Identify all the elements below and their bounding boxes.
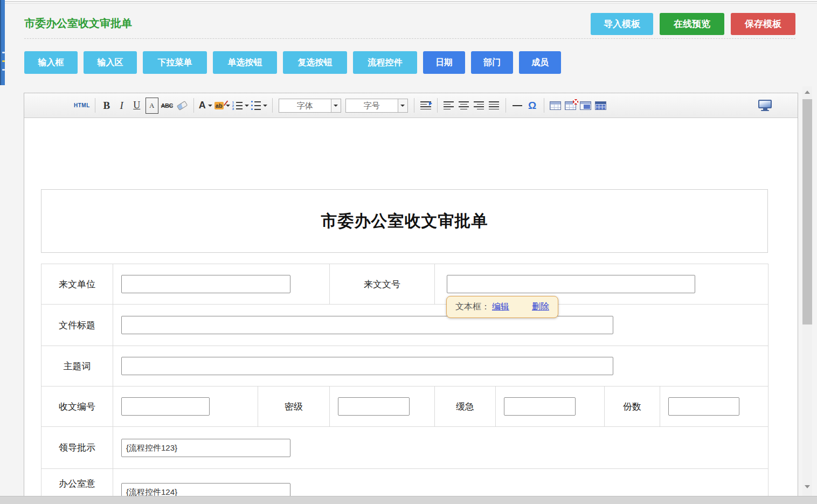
align-justify-button[interactable] xyxy=(488,98,501,114)
palette-date-button[interactable]: 日期 xyxy=(423,51,465,74)
bold-button[interactable]: B xyxy=(100,98,113,114)
ordered-list-icon: 123 xyxy=(232,100,243,112)
online-preview-button[interactable]: 在线预览 xyxy=(660,13,724,35)
table-delete-icon xyxy=(565,101,576,110)
label-lingdao-pishi: 领导批示 xyxy=(41,427,113,469)
chevron-down-icon xyxy=(245,105,249,107)
toolbar-separator xyxy=(193,98,194,113)
align-left-icon xyxy=(444,101,454,111)
edge-mark-icon xyxy=(2,52,5,53)
palette-flow-control-button[interactable]: 流程控件 xyxy=(353,51,417,74)
laiwen-danwei-input[interactable] xyxy=(121,275,290,293)
chevron-down-icon xyxy=(226,105,230,107)
toolbar-separator xyxy=(437,98,438,113)
label-laiwen-danwei: 来文单位 xyxy=(41,264,113,305)
top-border-line-2 xyxy=(0,3,817,4)
huanji-input[interactable] xyxy=(504,397,576,416)
align-right-button[interactable] xyxy=(473,98,486,114)
save-template-button[interactable]: 保存模板 xyxy=(731,13,795,35)
palette-member-button[interactable]: 成员 xyxy=(519,51,561,74)
font-family-select[interactable]: 字体 xyxy=(279,99,341,113)
toolbar-separator xyxy=(95,98,95,113)
header-divider xyxy=(24,38,795,39)
fenshu-input[interactable] xyxy=(668,397,739,416)
align-left-button[interactable] xyxy=(442,98,455,114)
eraser-icon xyxy=(176,100,188,110)
align-right-icon xyxy=(474,101,484,111)
font-size-select[interactable]: 字号 xyxy=(345,99,408,113)
zhutici-input[interactable] xyxy=(121,357,613,375)
palette-textarea-button[interactable]: 输入区 xyxy=(84,51,137,74)
align-center-button[interactable] xyxy=(458,98,470,114)
toolbar-separator xyxy=(506,98,506,113)
label-fenshu: 份数 xyxy=(605,386,660,427)
view-source-button[interactable]: HTML xyxy=(74,98,90,114)
indent-button[interactable] xyxy=(419,98,432,114)
horizontal-rule-button[interactable] xyxy=(511,98,524,114)
label-miji: 密级 xyxy=(258,386,330,427)
top-border-line xyxy=(0,1,817,2)
bullet-list-icon xyxy=(251,100,261,111)
form-table: 来文单位 来文文号 文件标题 主题词 收文编号 密级 xyxy=(41,264,768,503)
wenjian-biaoti-input[interactable] xyxy=(121,316,613,334)
label-zhutici: 主题词 xyxy=(41,346,113,386)
edge-mark-icon xyxy=(2,69,5,71)
arrow-down-icon xyxy=(805,485,810,488)
shouwen-bianhao-input[interactable] xyxy=(121,397,210,416)
background-window-edge xyxy=(0,0,5,85)
toolbar-separator xyxy=(272,98,273,113)
insert-table-button[interactable] xyxy=(549,98,562,114)
remove-format-button[interactable] xyxy=(176,98,189,114)
chevron-down-icon xyxy=(208,105,212,107)
edge-mark-icon xyxy=(2,60,5,62)
char-style-button[interactable]: A xyxy=(146,98,158,114)
scrollbar-thumb[interactable] xyxy=(802,99,812,325)
page-title: 市委办公室收文审批单 xyxy=(24,16,132,31)
flow-control-field-123[interactable]: {流程控件123} xyxy=(121,439,290,457)
palette-checkbox-button[interactable]: 复选按钮 xyxy=(283,51,347,74)
fullscreen-preview-button[interactable] xyxy=(758,100,772,111)
toolbar-separator xyxy=(414,98,414,113)
strikethrough-button[interactable]: ABC xyxy=(161,98,174,114)
label-shouwen-bianhao: 收文编号 xyxy=(41,386,113,427)
label-wenjian-biaoti: 文件标题 xyxy=(41,305,113,346)
indent-icon xyxy=(420,101,431,111)
edit-link[interactable]: 编辑 xyxy=(492,301,509,313)
horizontal-rule-icon xyxy=(513,105,522,106)
table-properties-button[interactable] xyxy=(594,98,607,114)
toolbar-separator xyxy=(544,98,544,113)
bullet-list-button[interactable] xyxy=(251,98,267,114)
miji-input[interactable] xyxy=(338,397,410,416)
tooltip-label: 文本框： xyxy=(455,301,490,313)
label-huanji: 缓急 xyxy=(435,386,496,427)
italic-button[interactable]: I xyxy=(115,98,128,114)
table-row: 文件标题 xyxy=(41,305,768,346)
bottom-bar xyxy=(0,496,817,504)
editor-canvas[interactable]: 市委办公室收文审批单 来文单位 来文文号 文件标题 主 xyxy=(24,118,798,503)
table-cell-button[interactable] xyxy=(579,98,592,114)
table-row: 收文编号 密级 缓急 份数 xyxy=(41,386,768,427)
palette-input-box-button[interactable]: 输入框 xyxy=(24,51,78,74)
scroll-up-button[interactable] xyxy=(802,86,812,98)
delete-table-button[interactable] xyxy=(564,98,577,114)
special-char-button[interactable]: Ω xyxy=(526,98,539,114)
ordered-list-button[interactable]: 123 xyxy=(232,98,249,114)
palette-department-button[interactable]: 部门 xyxy=(471,51,513,74)
vertical-scrollbar[interactable] xyxy=(802,86,812,496)
highlight-icon: ab xyxy=(214,102,224,109)
richtext-editor: HTML B I U A ABC A ab 123 xyxy=(24,93,798,504)
laiwen-wenhao-input[interactable] xyxy=(447,275,695,293)
font-color-button[interactable]: A xyxy=(199,98,212,114)
label-laiwen-wenhao: 来文文号 xyxy=(330,264,435,305)
palette-dropdown-button[interactable]: 下拉菜单 xyxy=(143,51,207,74)
underline-button[interactable]: U xyxy=(130,98,143,114)
highlight-color-button[interactable]: ab xyxy=(214,98,230,114)
delete-link[interactable]: 删除 xyxy=(532,301,549,313)
scroll-down-button[interactable] xyxy=(802,481,812,493)
import-template-button[interactable]: 导入模板 xyxy=(591,13,653,35)
monitor-icon xyxy=(758,100,772,108)
chevron-down-icon xyxy=(263,105,267,107)
table-row: 来文单位 来文文号 xyxy=(41,264,768,305)
form-title-box[interactable]: 市委办公室收文审批单 xyxy=(41,189,768,253)
palette-radio-button[interactable]: 单选按钮 xyxy=(213,51,277,74)
